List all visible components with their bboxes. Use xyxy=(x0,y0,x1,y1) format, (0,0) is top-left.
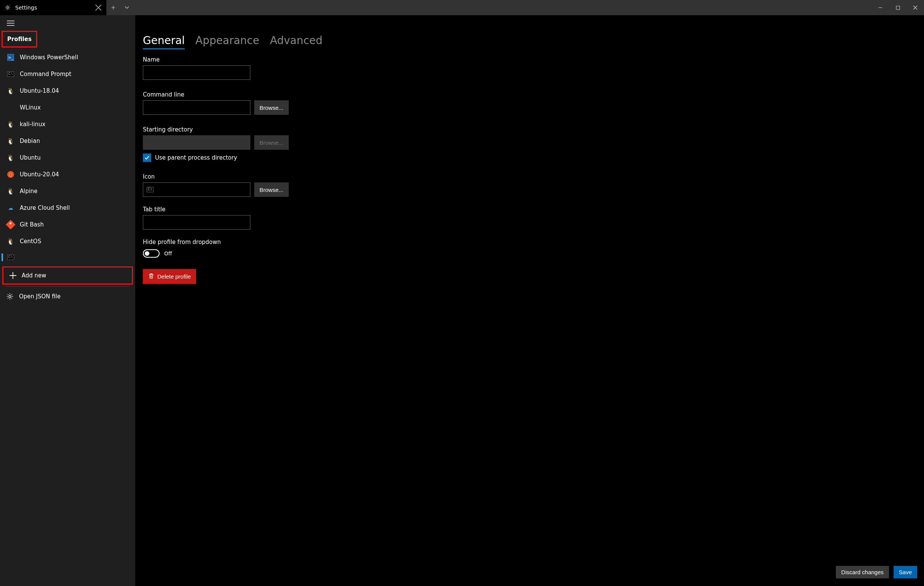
field-command-line: Command line Browse... xyxy=(143,91,439,115)
sidebar-item-label: Debian xyxy=(20,137,40,144)
sidebar-item-label: WLinux xyxy=(20,104,41,111)
add-new-wrap: Add new xyxy=(0,265,135,286)
sidebar-item-label: kali-linux xyxy=(20,121,46,128)
field-tab-title: Tab title xyxy=(143,206,439,229)
sidebar-item-label: CentOS xyxy=(20,238,41,245)
sidebar-section-header-wrap: Profiles xyxy=(0,31,135,48)
hide-label: Hide profile from dropdown xyxy=(143,239,439,246)
app-body: Profiles >_ Windows PowerShell C:\ Comma… xyxy=(0,15,924,586)
git-icon xyxy=(7,221,15,228)
add-new-button[interactable]: Add new xyxy=(3,267,132,284)
sidebar-item-label: Ubuntu-20.04 xyxy=(20,171,59,178)
profiles-header-highlight: Profiles xyxy=(2,31,37,48)
content-inner: General Appearance Advanced Name Command… xyxy=(135,15,439,284)
tux-icon: 🐧 xyxy=(7,238,15,245)
open-json-button[interactable]: Open JSON file xyxy=(0,287,135,306)
sidebar-item-label: Command Prompt xyxy=(20,71,71,78)
tux-icon: 🐧 xyxy=(7,154,15,162)
svg-point-2 xyxy=(9,295,11,297)
use-parent-label: Use parent process directory xyxy=(155,154,237,161)
tab-appearance[interactable]: Appearance xyxy=(195,34,259,50)
sidebar-item-debian[interactable]: 🐧 Debian xyxy=(0,133,135,149)
minimize-button[interactable] xyxy=(871,0,889,15)
sidebar-item-powershell[interactable]: >_ Windows PowerShell xyxy=(0,49,135,66)
tab-actions xyxy=(106,0,134,15)
sidebar-item-ubuntu1804[interactable]: 🐧 Ubuntu-18.04 xyxy=(0,83,135,99)
sidebar-item-gitbash[interactable]: Git Bash xyxy=(0,216,135,233)
hide-state-label: Off xyxy=(164,251,172,256)
save-button[interactable]: Save xyxy=(894,566,917,578)
maximize-button[interactable] xyxy=(889,0,906,15)
titlebar: Settings xyxy=(0,0,924,15)
delete-profile-button[interactable]: Delete profile xyxy=(143,269,196,284)
profiles-list: >_ Windows PowerShell C:\ Command Prompt… xyxy=(0,48,135,265)
use-parent-checkbox-row[interactable]: Use parent process directory xyxy=(143,154,439,162)
icon-label: Icon xyxy=(143,173,439,180)
field-starting-directory: Starting directory Browse... Use parent … xyxy=(143,126,439,162)
tabtitle-label: Tab title xyxy=(143,206,439,213)
tux-icon: 🐧 xyxy=(7,187,15,195)
sidebar-item-ubuntu2004[interactable]: ◌ Ubuntu-20.04 xyxy=(0,166,135,183)
sidebar-item-alpine[interactable]: 🐧 Alpine xyxy=(0,183,135,200)
svg-point-0 xyxy=(7,7,9,9)
icon-browse-button[interactable]: Browse... xyxy=(254,182,289,197)
name-input[interactable] xyxy=(143,65,250,80)
active-tab[interactable]: Settings xyxy=(0,0,106,15)
open-json-label: Open JSON file xyxy=(19,293,60,300)
close-tab-button[interactable] xyxy=(95,4,102,11)
cmdline-label: Command line xyxy=(143,91,439,98)
close-window-button[interactable] xyxy=(906,0,924,15)
tux-icon: 🐧 xyxy=(7,121,15,128)
checkbox-checked-icon xyxy=(143,154,151,162)
trash-icon xyxy=(148,273,154,280)
delete-profile-label: Delete profile xyxy=(157,273,191,280)
add-new-label: Add new xyxy=(21,272,46,279)
tab-general[interactable]: General xyxy=(143,34,185,50)
icon-input[interactable] xyxy=(143,182,250,197)
hide-toggle[interactable] xyxy=(143,249,160,258)
profiles-header: Profiles xyxy=(3,32,36,46)
field-name: Name xyxy=(143,56,439,80)
tux-icon: 🐧 xyxy=(7,87,15,95)
field-hide-profile: Hide profile from dropdown Off xyxy=(143,239,439,258)
new-tab-button[interactable] xyxy=(106,0,120,15)
powershell-icon: >_ xyxy=(7,54,15,61)
window-controls xyxy=(871,0,924,15)
sidebar-item-label: Azure Cloud Shell xyxy=(20,205,70,211)
cmdline-input[interactable] xyxy=(143,100,250,115)
tab-dropdown-button[interactable] xyxy=(120,0,134,15)
sidebar-item-label: Ubuntu-18.04 xyxy=(20,87,59,94)
gear-icon xyxy=(5,5,11,11)
sidebar-item-unnamed[interactable]: C:\ xyxy=(0,250,135,265)
discard-button[interactable]: Discard changes xyxy=(836,566,889,578)
sidebar-item-azure[interactable]: ☁ Azure Cloud Shell xyxy=(0,200,135,216)
tab-advanced[interactable]: Advanced xyxy=(270,34,322,50)
cmd-icon: C:\ xyxy=(147,187,153,192)
field-icon: Icon C:\ Browse... xyxy=(143,173,439,197)
cmd-icon: C:\ xyxy=(7,254,15,261)
sidebar-item-label: Git Bash xyxy=(20,221,44,228)
sidebar-item-label: Windows PowerShell xyxy=(20,54,78,61)
content-tabs: General Appearance Advanced xyxy=(143,34,439,50)
content-area: General Appearance Advanced Name Command… xyxy=(135,15,924,586)
sidebar-item-cmd[interactable]: C:\ Command Prompt xyxy=(0,66,135,83)
tab-title: Settings xyxy=(15,5,91,11)
ubuntu-icon: ◌ xyxy=(7,171,15,178)
sidebar-item-wlinux[interactable]: WLinux xyxy=(0,99,135,116)
azure-icon: ☁ xyxy=(7,204,15,212)
add-new-highlight: Add new xyxy=(2,266,133,285)
sidebar-item-ubuntu[interactable]: 🐧 Ubuntu xyxy=(0,149,135,166)
startdir-input xyxy=(143,135,250,150)
sidebar-item-centos[interactable]: 🐧 CentOS xyxy=(0,233,135,250)
name-label: Name xyxy=(143,56,439,63)
svg-rect-1 xyxy=(896,6,900,10)
hamburger-button[interactable] xyxy=(0,15,135,31)
cmd-icon: C:\ xyxy=(7,70,15,78)
footer: Discard changes Save xyxy=(135,558,924,586)
blank-icon xyxy=(7,104,15,111)
sidebar-item-label: Ubuntu xyxy=(20,154,41,161)
sidebar-item-kali[interactable]: 🐧 kali-linux xyxy=(0,116,135,133)
sidebar-item-label: Alpine xyxy=(20,188,38,195)
cmdline-browse-button[interactable]: Browse... xyxy=(254,100,289,115)
tabtitle-input[interactable] xyxy=(143,215,250,229)
